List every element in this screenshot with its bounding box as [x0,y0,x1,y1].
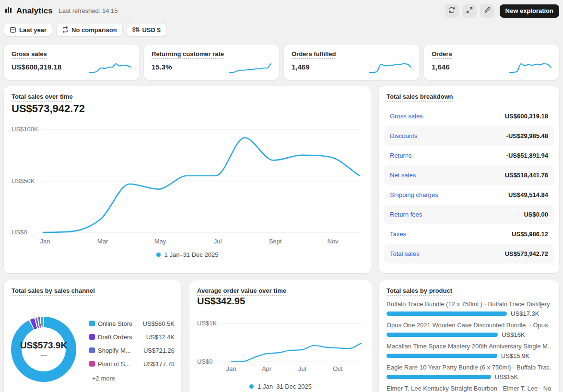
product-row: Opus One 2021 Wooden Case Discounted Bun… [387,322,551,338]
product-bar-list: Buffalo Trace Bundle (12 x 750ml ) · Buf… [387,300,551,392]
calendar-icon [10,26,16,33]
refresh-icon [448,6,456,15]
legend-swatch [89,321,95,326]
y-axis-tick: US$100K [12,126,38,133]
last-refreshed-label: Last refreshed: 14:15 [59,7,118,14]
kpi-title-link[interactable]: Returning customer rate [152,50,224,58]
legend-value: US$560.5K [143,320,175,327]
product-name: Macallan Time Space Mastery 200th Annive… [387,343,551,351]
breakdown-row: Return fees US$0.00 [384,205,554,224]
legend-dot [249,384,254,389]
top-bar-actions: New exploration [445,4,559,18]
product-row: Elmer T. Lee Kentucky Straight Bourbon ·… [387,385,551,392]
x-axis-tick: Nov [314,238,352,245]
new-exploration-button[interactable]: New exploration [500,4,559,18]
x-axis-tick: Jul [199,238,237,245]
breakdown-value: US$600,319.18 [505,113,548,120]
breakdown-metric-link[interactable]: Return fees [390,211,422,218]
y-axis-tick: US$50K [12,177,35,184]
breakdown-row: Total sales US$573,942.72 [384,244,554,264]
legend-label: 1 Jan–31 Dec 2025 [164,251,219,258]
breakdown-row: Taxes US$5,986.12 [384,224,554,244]
product-bar [387,375,491,379]
breakdown-row: Net sales US$518,441.76 [384,165,554,185]
breakdown-metric-link[interactable]: Taxes [390,231,406,238]
breakdown-metric-link[interactable]: Total sales [390,250,419,257]
card-title-link[interactable]: Total sales over time [12,93,73,100]
comparison-label: No comparison [71,26,117,34]
breakdown-metric-link[interactable]: Discounts [390,132,417,139]
expand-icon [466,6,473,15]
breakdown-metric-link[interactable]: Gross sales [390,113,423,120]
total-sales-value: US$573,942.72 [12,103,85,115]
legend-swatch [89,334,95,340]
kpi-sparkline [228,62,272,74]
legend-item[interactable]: Shopify M... US$721.26 [89,344,175,357]
show-more-channels-link[interactable]: +2 more [92,375,115,382]
kpi-title-link[interactable]: Orders fulfilled [292,50,336,58]
legend-value: US$721.26 [143,347,175,354]
product-value: US$17.3K [511,310,539,317]
breakdown-value: US$49,514.84 [508,191,548,198]
page-title-group: Analytics Last refreshed: 14:15 [4,6,117,16]
date-range-filter[interactable]: Last year [4,23,52,36]
breakdown-value: -US$51,891.94 [506,152,548,159]
top-bar: Analytics Last refreshed: 14:15 [4,0,559,22]
chart-legend: 1 Jan–31 Dec 2025 [189,383,372,390]
breakdown-metric-link[interactable]: Shipping charges [390,191,438,198]
legend-dot [156,253,161,257]
legend-label: 1 Jan–31 Dec 2025 [258,383,312,390]
x-axis-tick: Mar [83,238,122,245]
comparison-filter[interactable]: No comparison [56,23,123,36]
card-title-link[interactable]: Total sales breakdown [387,93,453,100]
breakdown-metric-link[interactable]: Net sales [390,172,416,179]
kpi-value: 15.3% [152,63,172,71]
breakdown-value: -US$29,985.48 [506,132,548,139]
product-name: Opus One 2021 Wooden Case Discounted Bun… [387,322,551,330]
analytics-dashboard: Analytics Last refreshed: 14:15 [0,0,563,392]
legend-label: Draft Orders [98,334,132,341]
product-value: US$15.9K [501,352,529,359]
product-name: Elmer T. Lee Kentucky Straight Bourbon ·… [387,385,551,392]
card-title-link[interactable]: Average order value over time [197,287,286,294]
x-axis-tick: Jan [212,365,250,372]
kpi-sparkline [88,62,132,74]
edit-button[interactable] [480,4,494,18]
filter-bar: Last year No comparison $⇅ USD $ [4,23,166,36]
date-range-label: Last year [19,26,47,34]
kpi-title-link[interactable]: Orders [432,50,452,58]
x-axis-tick: Jul [283,365,321,372]
breakdown-value: US$573,942.72 [505,250,548,257]
kpi-card-orders-fulfilled: Orders fulfilled 1,469 [284,45,419,80]
y-axis-tick: US$0 [197,358,213,365]
aov-value: US$342.95 [197,296,245,307]
kpi-sparkline [368,62,412,74]
donut-chart: US$573.9K — [11,317,76,382]
kpi-card-orders: Orders 1,646 [424,45,559,80]
product-row: Macallan Time Space Mastery 200th Annive… [387,343,551,359]
kpi-title-link[interactable]: Gross sales [12,50,47,58]
average-order-value-card: Average order value over time US$342.95 … [189,280,372,392]
card-title-link[interactable]: Total sales by sales channel [12,287,95,294]
legend-swatch [89,347,95,353]
legend-item[interactable]: Draft Orders US$12.4K [89,330,175,344]
refresh-button[interactable] [445,4,459,18]
donut-center-comparison: — [41,351,47,358]
expand-button[interactable] [462,4,477,18]
product-name: Buffalo Trace Bundle (12 x 750ml ) · Buf… [387,300,551,309]
x-axis-tick: Jan [26,238,64,245]
kpi-sparkline [508,62,552,74]
channel-legend: Online Store US$560.5K Draft Orders US$1… [89,317,175,370]
legend-label: Shopify M... [98,347,131,354]
product-bar [387,333,498,337]
currency-filter[interactable]: $⇅ USD $ [127,23,166,36]
breakdown-metric-link[interactable]: Returns [390,152,412,159]
total-sales-over-time-card: Total sales over time US$573,942.72 US$1… [4,86,371,273]
legend-item[interactable]: Point of S... US$177.78 [89,357,175,370]
legend-label: Online Store [98,320,132,327]
breakdown-value: US$5,986.12 [512,231,548,238]
card-title-link[interactable]: Total sales by product [387,287,452,294]
product-row: Buffalo Trace Bundle (12 x 750ml ) · Buf… [387,300,551,317]
kpi-card-gross-sales: Gross sales US$600,319.18 [4,45,139,80]
legend-item[interactable]: Online Store US$560.5K [89,317,175,330]
